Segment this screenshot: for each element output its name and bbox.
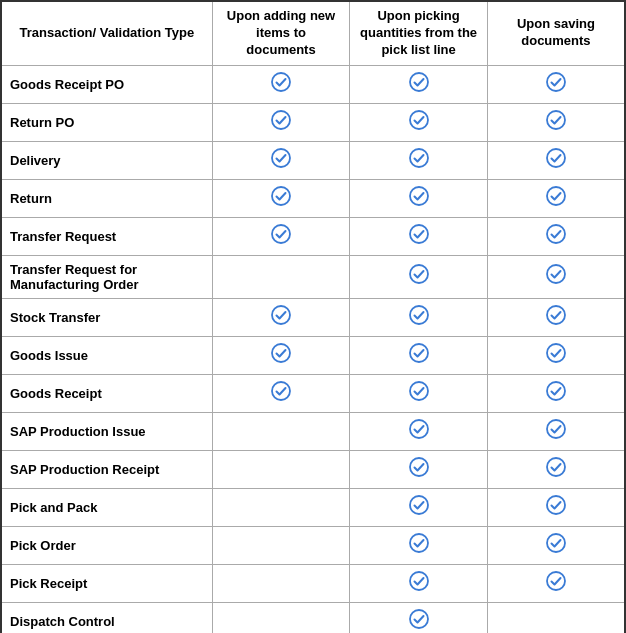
check-cell bbox=[212, 488, 350, 526]
svg-point-13 bbox=[410, 225, 428, 243]
svg-point-35 bbox=[547, 572, 565, 590]
checkmark-icon bbox=[409, 495, 429, 520]
checkmark-icon bbox=[409, 457, 429, 482]
header-saving: Upon saving documents bbox=[487, 1, 625, 65]
row-label: Pick Receipt bbox=[1, 564, 212, 602]
svg-point-6 bbox=[272, 149, 290, 167]
checkmark-icon bbox=[271, 305, 291, 330]
checkmark-icon bbox=[546, 264, 566, 289]
check-cell bbox=[487, 141, 625, 179]
svg-point-15 bbox=[410, 265, 428, 283]
row-label: Goods Issue bbox=[1, 336, 212, 374]
check-cell bbox=[212, 374, 350, 412]
checkmark-icon bbox=[409, 148, 429, 173]
check-cell bbox=[487, 103, 625, 141]
check-cell bbox=[212, 336, 350, 374]
svg-point-25 bbox=[547, 382, 565, 400]
checkmark-icon bbox=[271, 381, 291, 406]
check-cell bbox=[350, 412, 488, 450]
check-cell bbox=[212, 141, 350, 179]
check-cell bbox=[212, 564, 350, 602]
check-cell bbox=[487, 374, 625, 412]
checkmark-icon bbox=[546, 343, 566, 368]
check-cell bbox=[487, 217, 625, 255]
svg-point-2 bbox=[547, 73, 565, 91]
checkmark-icon bbox=[409, 186, 429, 211]
check-cell bbox=[487, 179, 625, 217]
svg-point-10 bbox=[410, 187, 428, 205]
svg-point-18 bbox=[410, 306, 428, 324]
table-row: Goods Receipt bbox=[1, 374, 625, 412]
svg-point-34 bbox=[410, 572, 428, 590]
check-cell bbox=[350, 255, 488, 298]
svg-point-24 bbox=[410, 382, 428, 400]
table-row: Pick Order bbox=[1, 526, 625, 564]
table-row: Transfer Request for Manufacturing Order bbox=[1, 255, 625, 298]
row-label: Pick and Pack bbox=[1, 488, 212, 526]
table-row: Goods Issue bbox=[1, 336, 625, 374]
checkmark-icon bbox=[271, 110, 291, 135]
svg-point-17 bbox=[272, 306, 290, 324]
row-label: Dispatch Control bbox=[1, 602, 212, 633]
checkmark-icon bbox=[409, 110, 429, 135]
svg-point-32 bbox=[410, 534, 428, 552]
check-cell bbox=[487, 450, 625, 488]
svg-point-12 bbox=[272, 225, 290, 243]
table-row: Return bbox=[1, 179, 625, 217]
svg-point-5 bbox=[547, 111, 565, 129]
check-cell bbox=[212, 602, 350, 633]
check-cell bbox=[350, 450, 488, 488]
checkmark-icon bbox=[271, 343, 291, 368]
check-cell bbox=[212, 412, 350, 450]
svg-point-16 bbox=[547, 265, 565, 283]
svg-point-29 bbox=[547, 458, 565, 476]
svg-point-14 bbox=[547, 225, 565, 243]
row-label: SAP Production Receipt bbox=[1, 450, 212, 488]
check-cell bbox=[350, 488, 488, 526]
checkmark-icon bbox=[546, 110, 566, 135]
checkmark-icon bbox=[546, 148, 566, 173]
checkmark-icon bbox=[546, 381, 566, 406]
check-cell bbox=[212, 217, 350, 255]
svg-point-0 bbox=[272, 73, 290, 91]
svg-point-11 bbox=[547, 187, 565, 205]
row-label: Transfer Request bbox=[1, 217, 212, 255]
check-cell bbox=[212, 450, 350, 488]
checkmark-icon bbox=[409, 224, 429, 249]
svg-point-23 bbox=[272, 382, 290, 400]
row-label: Pick Order bbox=[1, 526, 212, 564]
table-row: Return PO bbox=[1, 103, 625, 141]
row-label: Goods Receipt PO bbox=[1, 65, 212, 103]
check-cell bbox=[350, 141, 488, 179]
svg-point-3 bbox=[272, 111, 290, 129]
svg-point-30 bbox=[410, 496, 428, 514]
check-cell bbox=[487, 65, 625, 103]
check-cell bbox=[350, 526, 488, 564]
check-cell bbox=[212, 526, 350, 564]
row-label: Return bbox=[1, 179, 212, 217]
checkmark-icon bbox=[409, 305, 429, 330]
checkmark-icon bbox=[271, 72, 291, 97]
row-label: Stock Transfer bbox=[1, 298, 212, 336]
checkmark-icon bbox=[409, 264, 429, 289]
svg-point-26 bbox=[410, 420, 428, 438]
table-row: Delivery bbox=[1, 141, 625, 179]
checkmark-icon bbox=[546, 533, 566, 558]
check-cell bbox=[487, 412, 625, 450]
checkmark-icon bbox=[546, 186, 566, 211]
check-cell bbox=[212, 179, 350, 217]
check-cell bbox=[350, 179, 488, 217]
check-cell bbox=[212, 103, 350, 141]
checkmark-icon bbox=[546, 457, 566, 482]
check-cell bbox=[487, 255, 625, 298]
checkmark-icon bbox=[271, 186, 291, 211]
svg-point-27 bbox=[547, 420, 565, 438]
svg-point-1 bbox=[410, 73, 428, 91]
checkmark-icon bbox=[271, 224, 291, 249]
svg-point-21 bbox=[410, 344, 428, 362]
validation-table: Transaction/ Validation Type Upon adding… bbox=[0, 0, 626, 633]
checkmark-icon bbox=[546, 224, 566, 249]
svg-point-8 bbox=[547, 149, 565, 167]
row-label: Return PO bbox=[1, 103, 212, 141]
svg-point-9 bbox=[272, 187, 290, 205]
